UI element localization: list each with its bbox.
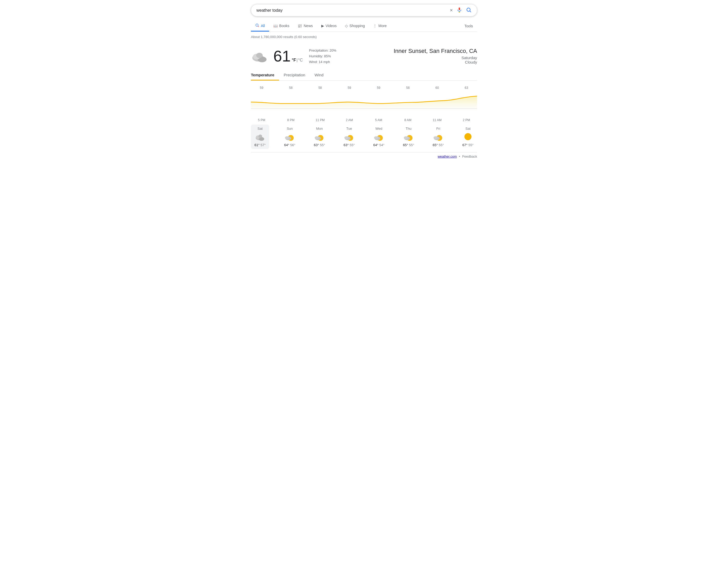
temperature-value: 61 — [273, 48, 291, 64]
forecast-day-2[interactable]: Mon 63° 55° — [310, 125, 329, 149]
weather-top: 61 °F | °C Precipitation: 20% Humidity: … — [251, 48, 477, 65]
forecast-temps-0: 61° 57° — [255, 143, 266, 147]
weather-right: Inner Sunset, San Francisco, CA Saturday… — [394, 48, 477, 64]
forecast-icon-0 — [255, 132, 265, 141]
precipitation-label: Precipitation: 20% — [309, 48, 336, 53]
forecast-day-6[interactable]: Fri 65° 55° — [429, 125, 447, 149]
weather-tab-temperature[interactable]: Temperature — [251, 70, 279, 81]
tab-books[interactable]: 📖 Books — [269, 21, 294, 31]
feedback-link[interactable]: Feedback — [462, 154, 477, 158]
tab-books-label: Books — [279, 24, 289, 28]
forecast-low-5: 55° — [409, 143, 414, 147]
forecast-day-1[interactable]: Sun 64° 56° — [281, 125, 299, 149]
weather-day: Saturday — [394, 55, 477, 60]
weather-temp: 61 °F | °C — [273, 48, 303, 64]
forecast-icon-7 — [463, 132, 473, 141]
chart-temp-7: 63 — [457, 86, 476, 90]
tab-more-label: More — [378, 24, 387, 28]
time-label-5: 8 AM — [399, 118, 417, 122]
weather-location: Inner Sunset, San Francisco, CA — [394, 48, 477, 54]
forecast-temps-2: 63° 55° — [314, 143, 325, 147]
shopping-tab-icon: ◇ — [345, 24, 348, 28]
forecast-icon-1 — [285, 132, 295, 141]
search-input[interactable] — [256, 8, 450, 13]
forecast-temps-3: 63° 55° — [344, 143, 355, 147]
forecast-day-7[interactable]: Sat 67° 55° — [459, 125, 477, 149]
weather-widget: 61 °F | °C Precipitation: 20% Humidity: … — [251, 44, 477, 163]
forecast-dayname-2: Mon — [316, 127, 323, 131]
svg-point-33 — [434, 136, 438, 139]
search-bar-icons: × — [450, 7, 472, 14]
weather-condition: Cloudy — [394, 60, 477, 64]
forecast-dayname-5: Thu — [406, 127, 411, 131]
svg-line-6 — [258, 26, 259, 27]
forecast-temps-5: 65° 55° — [403, 143, 414, 147]
tab-all[interactable]: All — [251, 21, 269, 32]
weather-left: 61 °F | °C Precipitation: 20% Humidity: … — [251, 48, 336, 65]
weather-tab-precipitation[interactable]: Precipitation — [284, 70, 310, 81]
svg-point-30 — [404, 136, 408, 139]
forecast-low-6: 55° — [439, 143, 444, 147]
tab-videos-label: Videos — [326, 24, 337, 28]
tab-all-label: All — [261, 24, 265, 28]
forecast-dayname-7: Sat — [465, 127, 471, 131]
time-labels: 5 PM 8 PM 11 PM 2 AM 5 AM 8 AM 11 AM 2 P… — [251, 117, 477, 122]
chart-temp-labels: 59 58 58 59 59 58 60 63 — [251, 86, 477, 90]
forecast-temps-1: 64° 56° — [284, 143, 295, 147]
time-label-7: 2 PM — [457, 118, 476, 122]
day-forecast: Sat 61° 57° Sun 64° 56° — [251, 125, 477, 149]
svg-point-18 — [285, 136, 289, 139]
time-label-6: 11 AM — [428, 118, 446, 122]
forecast-low-0: 57° — [261, 143, 266, 147]
time-label-4: 5 AM — [369, 118, 388, 122]
temp-unit-f[interactable]: °F — [292, 58, 296, 63]
unit-separator: | — [297, 58, 298, 63]
forecast-high-1: 64° — [284, 143, 289, 147]
videos-tab-icon: ▶ — [321, 24, 324, 28]
tab-videos[interactable]: ▶ Videos — [317, 21, 341, 31]
forecast-high-2: 63° — [314, 143, 319, 147]
forecast-icon-2 — [314, 132, 325, 141]
nav-tabs: All 📖 Books 📰 News ▶ Videos ◇ Shopping ⋮… — [251, 21, 477, 32]
forecast-icon-4 — [374, 132, 384, 141]
news-tab-icon: 📰 — [298, 24, 302, 28]
time-label-2: 11 PM — [311, 118, 329, 122]
search-button[interactable] — [466, 7, 472, 14]
widget-footer: weather.com • Feedback — [251, 152, 477, 158]
forecast-day-4[interactable]: Wed 64° 54° — [370, 125, 388, 149]
forecast-temps-4: 64° 54° — [373, 143, 385, 147]
humidity-label: Humidity: 85% — [309, 53, 336, 59]
chart-temp-2: 58 — [311, 86, 329, 90]
forecast-high-3: 63° — [344, 143, 349, 147]
wind-label: Wind: 14 mph — [309, 59, 336, 65]
clear-icon[interactable]: × — [450, 7, 453, 13]
tools-button[interactable]: Tools — [460, 21, 477, 31]
forecast-day-3[interactable]: Tue 63° 55° — [340, 125, 358, 149]
temp-unit-c[interactable]: °C — [298, 58, 303, 63]
tab-shopping[interactable]: ◇ Shopping — [341, 21, 369, 31]
forecast-day-0[interactable]: Sat 61° 57° — [251, 125, 269, 149]
svg-point-21 — [315, 136, 319, 139]
forecast-dayname-6: Fri — [436, 127, 440, 131]
forecast-icon-3 — [344, 132, 354, 141]
forecast-high-4: 64° — [373, 143, 379, 147]
tab-more[interactable]: ⋮ More — [369, 21, 391, 31]
forecast-low-3: 55° — [350, 143, 355, 147]
temp-units: °F | °C — [292, 58, 303, 63]
svg-rect-0 — [459, 8, 460, 10]
tab-news-label: News — [304, 24, 313, 28]
weather-source-link[interactable]: weather.com — [438, 154, 457, 158]
svg-line-4 — [470, 11, 471, 12]
time-label-3: 2 AM — [340, 118, 359, 122]
forecast-day-5[interactable]: Thu 65° 55° — [399, 125, 418, 149]
results-count: About 1,780,000,000 results (0.60 second… — [251, 35, 477, 39]
chart-temp-4: 59 — [369, 86, 388, 90]
forecast-high-5: 65° — [403, 143, 408, 147]
time-label-1: 8 PM — [282, 118, 300, 122]
chart-temp-1: 58 — [282, 86, 300, 90]
weather-tab-wind[interactable]: Wind — [314, 70, 328, 81]
forecast-dayname-0: Sat — [257, 127, 263, 131]
mic-icon[interactable] — [456, 7, 462, 14]
tab-news[interactable]: 📰 News — [293, 21, 317, 31]
forecast-low-7: 55° — [468, 143, 474, 147]
